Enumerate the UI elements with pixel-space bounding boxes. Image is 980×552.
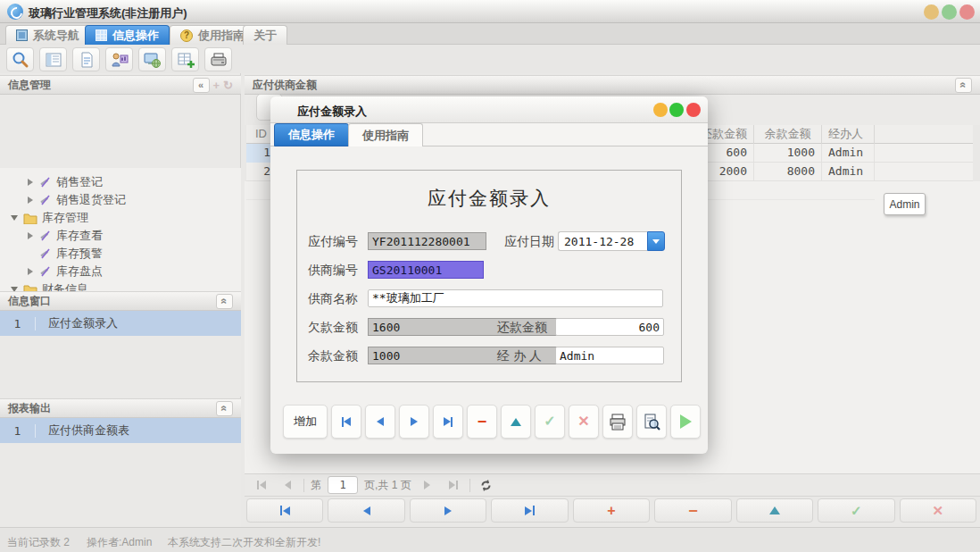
- post-record-button[interactable]: ✓: [818, 498, 894, 523]
- dialog-tab-info-operation[interactable]: 信息操作: [274, 123, 349, 146]
- tree-label: 库存预警: [56, 246, 103, 262]
- dialog-cancel-button[interactable]: ✕: [569, 405, 599, 439]
- table-add-button[interactable]: [171, 47, 199, 71]
- prev-page-button[interactable]: [278, 476, 297, 494]
- refresh-button[interactable]: [477, 476, 496, 494]
- tab-label: 关于: [253, 28, 277, 44]
- last-page-button[interactable]: [444, 476, 463, 494]
- tree-item-inventory-manage[interactable]: 库存管理: [0, 209, 241, 227]
- sidebar-collapse-button[interactable]: «: [193, 78, 210, 93]
- panel-icon: [16, 29, 28, 41]
- refresh-icon: [479, 479, 493, 492]
- tools-icon: [39, 194, 52, 206]
- dialog-close-button[interactable]: [686, 103, 701, 117]
- dialog-next-record-button[interactable]: [399, 405, 429, 439]
- add-button[interactable]: 增加: [283, 405, 328, 439]
- payable-date-field[interactable]: [558, 231, 647, 251]
- report-output-item[interactable]: 1 应付供商金额表: [0, 418, 241, 443]
- dialog-prior-record-button[interactable]: [365, 405, 395, 439]
- maximize-button[interactable]: [942, 4, 957, 20]
- tree-item-sales-register[interactable]: 销售登记: [0, 173, 241, 191]
- supplier-name-field[interactable]: [368, 289, 663, 307]
- document-button[interactable]: [72, 47, 100, 71]
- page-number-input[interactable]: [328, 476, 358, 494]
- dialog-delete-button[interactable]: −: [467, 405, 497, 439]
- dialog-minimize-button[interactable]: [653, 103, 668, 117]
- cell-balance: 8000: [754, 163, 822, 181]
- dialog-print-button[interactable]: [602, 405, 633, 439]
- supplier-no-field[interactable]: [368, 261, 484, 279]
- date-dropdown-button[interactable]: [647, 231, 665, 251]
- dialog-tab-user-guide[interactable]: 使用指南: [348, 123, 423, 146]
- first-record-button[interactable]: [246, 498, 323, 523]
- repay-field[interactable]: [555, 318, 664, 336]
- expand-arrow-icon[interactable]: [28, 268, 33, 275]
- minus-icon: −: [688, 503, 698, 519]
- tab-label: 系统导航: [33, 28, 79, 44]
- dialog-last-record-button[interactable]: [433, 405, 463, 439]
- cell-operator: Admin: [822, 163, 875, 181]
- edit-record-button[interactable]: [736, 498, 813, 523]
- first-page-button[interactable]: [252, 476, 271, 494]
- column-header-balance[interactable]: 余款金额: [754, 125, 822, 144]
- edit-triangle-icon: [769, 506, 780, 514]
- separator: [303, 479, 304, 492]
- report-output-collapse-button[interactable]: «: [216, 401, 233, 416]
- tree-item-sales-return[interactable]: 销售退货登记: [0, 191, 241, 209]
- dialog-edit-button[interactable]: [501, 405, 531, 439]
- expand-arrow-icon[interactable]: [28, 179, 33, 186]
- monitor-button[interactable]: [138, 47, 166, 71]
- tab-system-nav[interactable]: 系统导航: [5, 25, 90, 45]
- cancel-record-button[interactable]: ✕: [900, 498, 976, 523]
- data-list-button[interactable]: [39, 47, 67, 71]
- refresh-ghost-icon: ↻: [223, 79, 233, 92]
- payable-no-field[interactable]: [368, 232, 486, 250]
- payment-entry-dialog: 应付金额录入 信息操作 使用指南 应付金额录入 应付编号 应付日期 供商编号 供…: [270, 96, 708, 454]
- last-record-button[interactable]: [491, 498, 568, 523]
- prior-record-button[interactable]: [328, 498, 404, 523]
- tree-item-inventory-count[interactable]: 库存盘点: [0, 263, 241, 280]
- item-number: 1: [0, 317, 36, 330]
- tab-about[interactable]: 关于: [243, 25, 287, 45]
- info-manage-title: 信息管理: [8, 78, 51, 93]
- close-button[interactable]: [959, 4, 975, 20]
- tree-item-inventory-warning[interactable]: 库存预警: [0, 245, 241, 263]
- help-icon: ?: [180, 29, 193, 42]
- x-icon: ✕: [577, 414, 589, 429]
- collapse-arrow-icon[interactable]: [11, 215, 18, 221]
- insert-record-button[interactable]: +: [573, 498, 650, 523]
- page-prefix-label: 第: [311, 478, 321, 493]
- monitor-globe-icon: [144, 51, 162, 69]
- report-output-body: 1 应付供商金额表: [0, 418, 241, 527]
- supplier-name-label: 供商名称: [308, 289, 358, 307]
- delete-record-button[interactable]: −: [654, 498, 731, 523]
- next-record-button[interactable]: [410, 498, 486, 523]
- search-button[interactable]: [6, 47, 34, 71]
- info-window-item[interactable]: 1 应付金额录入: [0, 311, 241, 336]
- data-list-icon: [45, 51, 62, 69]
- balance-field[interactable]: [368, 347, 578, 364]
- x-icon: ✕: [932, 504, 943, 517]
- column-header-operator[interactable]: 经办人: [822, 125, 875, 144]
- user-report-button[interactable]: [105, 47, 133, 71]
- content-collapse-button[interactable]: «: [955, 78, 972, 93]
- dialog-print-preview-button[interactable]: [636, 405, 667, 439]
- dialog-post-button[interactable]: ✓: [535, 405, 565, 439]
- report-output-title: 报表输出: [8, 401, 51, 416]
- expand-arrow-icon[interactable]: [28, 232, 33, 239]
- tree-label: 销售退货登记: [56, 192, 126, 208]
- dialog-first-record-button[interactable]: [331, 405, 361, 439]
- icon-toolbar: [0, 45, 980, 73]
- dialog-execute-button[interactable]: [670, 405, 701, 439]
- expand-arrow-icon[interactable]: [28, 197, 33, 204]
- tree-item-inventory-view[interactable]: 库存查看: [0, 227, 241, 245]
- operator-field[interactable]: [555, 347, 664, 364]
- printer-toolbar-button[interactable]: [204, 47, 232, 71]
- print-preview-icon: [643, 414, 660, 431]
- tab-info-operation[interactable]: 信息操作: [85, 25, 170, 45]
- minimize-button[interactable]: [924, 4, 939, 20]
- next-page-button[interactable]: [418, 476, 437, 494]
- document-icon: [78, 51, 96, 69]
- dialog-maximize-button[interactable]: [669, 103, 684, 117]
- info-window-collapse-button[interactable]: «: [216, 294, 233, 309]
